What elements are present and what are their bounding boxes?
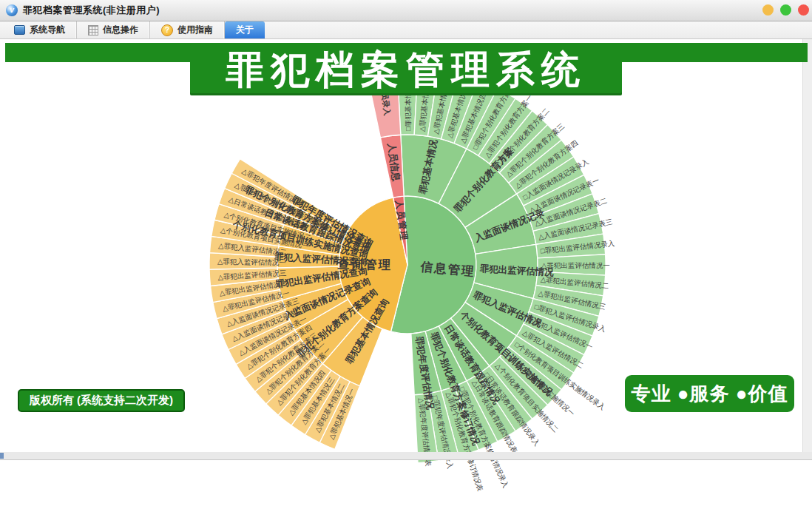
help-icon: ?	[161, 24, 173, 36]
banner-title-box: 罪犯档案管理系统	[190, 44, 622, 95]
sunburst-label: 查询管理	[336, 257, 392, 271]
tab-label: 系统导航	[30, 24, 65, 36]
sunburst-label: △罪犯入监评估情况一	[217, 257, 286, 267]
slogan-badge: 专业 ●服务 ●价值	[625, 375, 794, 412]
vertical-scrollbar[interactable]	[802, 38, 812, 453]
close-button[interactable]	[798, 4, 809, 16]
window-title: 罪犯档案管理系统(非注册用户)	[23, 4, 160, 17]
copyright-badge: 版权所有 (系统支持二次开发)	[18, 389, 185, 412]
window-controls	[762, 4, 809, 16]
horizontal-scrollbar[interactable]	[0, 452, 812, 460]
app-icon: v	[6, 4, 18, 16]
tab-guide[interactable]: ?使用指南	[150, 21, 225, 38]
toolbar-tabs: 系统导航信息操作?使用指南关于	[0, 21, 812, 39]
maximize-button[interactable]	[780, 4, 791, 16]
tab-nav[interactable]: 系统导航	[3, 21, 77, 38]
page-title: 罪犯档案管理系统	[226, 44, 586, 96]
tab-label: 使用指南	[177, 24, 213, 36]
tab-label: 信息操作	[103, 24, 138, 36]
window-titlebar: v 罪犯档案管理系统(非注册用户)	[0, 0, 812, 21]
tab-ops[interactable]: 信息操作	[77, 21, 150, 38]
sunburst-label: △罪犯出监评估情况一	[541, 261, 610, 269]
minimize-button[interactable]	[762, 4, 774, 16]
tab-about[interactable]: 关于	[225, 21, 265, 38]
tab-label: 关于	[236, 24, 254, 36]
scrollbar-grip[interactable]	[0, 453, 4, 459]
grid-icon	[88, 25, 98, 36]
monitor-icon	[14, 25, 25, 35]
